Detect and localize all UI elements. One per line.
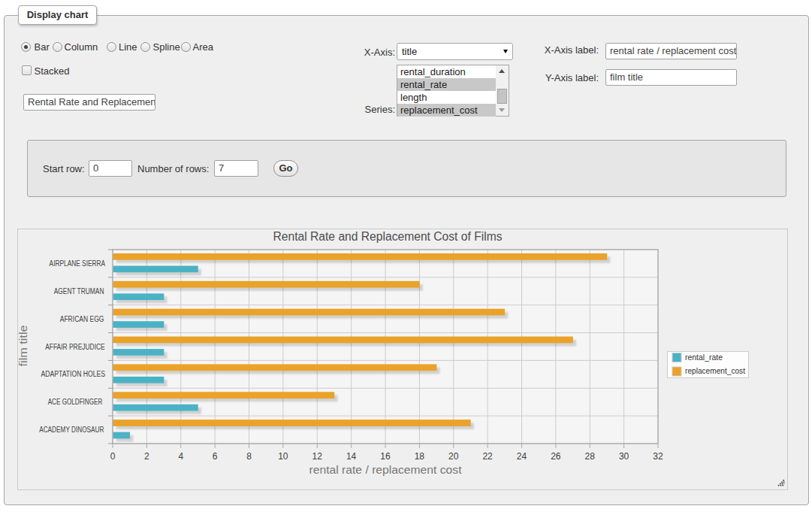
svg-text:Rental Rate and Replacement Co: Rental Rate and Replacement Cost of Film… — [273, 230, 503, 243]
svg-text:ACADEMY DINOSAUR: ACADEMY DINOSAUR — [39, 426, 104, 434]
svg-text:4: 4 — [178, 451, 183, 462]
svg-text:18: 18 — [415, 451, 425, 462]
svg-text:AGENT TRUMAN: AGENT TRUMAN — [54, 287, 104, 295]
svg-text:0: 0 — [110, 451, 116, 462]
svg-text:16: 16 — [380, 451, 391, 462]
svg-text:AFRICAN EGG: AFRICAN EGG — [60, 315, 104, 323]
svg-text:rental rate / replacement cost: rental rate / replacement cost — [309, 463, 463, 476]
svg-text:6: 6 — [213, 451, 218, 462]
svg-text:2: 2 — [144, 451, 149, 462]
svg-text:rental_rate: rental_rate — [685, 353, 723, 362]
svg-text:12: 12 — [312, 451, 323, 462]
svg-text:8: 8 — [246, 451, 252, 462]
svg-text:20: 20 — [448, 451, 459, 462]
svg-text:22: 22 — [482, 451, 493, 462]
svg-text:30: 30 — [619, 451, 629, 462]
svg-text:AFFAIR PREJUDICE: AFFAIR PREJUDICE — [45, 343, 105, 351]
svg-text:26: 26 — [551, 451, 561, 462]
svg-text:ACE GOLDFINGER: ACE GOLDFINGER — [48, 398, 103, 406]
svg-text:ADAPTATION HOLES: ADAPTATION HOLES — [41, 370, 106, 378]
svg-text:replacement_cost: replacement_cost — [685, 366, 745, 375]
svg-text:24: 24 — [517, 451, 527, 462]
svg-text:14: 14 — [346, 451, 357, 462]
svg-text:10: 10 — [278, 451, 288, 462]
svg-text:film title: film title — [18, 326, 29, 367]
svg-text:28: 28 — [585, 451, 596, 462]
svg-text:32: 32 — [653, 451, 663, 462]
svg-text:AIRPLANE SIERRA: AIRPLANE SIERRA — [50, 259, 106, 268]
